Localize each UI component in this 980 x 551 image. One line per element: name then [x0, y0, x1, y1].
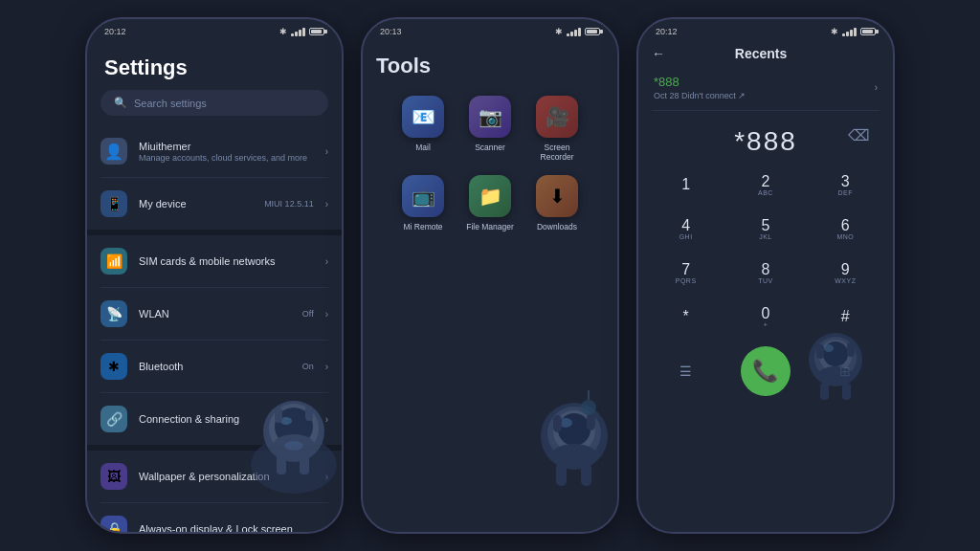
downloads-label: Downloads [537, 222, 577, 231]
dialer-display: *888 ⌫ [638, 113, 893, 163]
miuithemer-icon: 👤 [100, 138, 127, 165]
recents-header: ← Recents [638, 40, 893, 67]
phone-tools: 20:13 ✱ Tools 📧 Mail 📷 Scanner [361, 17, 619, 534]
notch [461, 19, 519, 36]
phone-settings: 20:12 ✱ Settings 🔍 Search settings 👤 Miu… [85, 17, 344, 534]
svg-rect-8 [305, 406, 313, 421]
scanner-icon: 📷 [469, 96, 511, 138]
dialer-input: *888 [734, 126, 797, 156]
backspace-button[interactable]: ⌫ [848, 126, 870, 144]
settings-item-sim[interactable]: 📶 SIM cards & mobile networks › [87, 239, 342, 283]
search-placeholder: Search settings [134, 98, 207, 109]
dial-key-2[interactable]: 2ABC [739, 166, 792, 203]
svg-point-32 [817, 366, 854, 386]
status-time: 20:12 [656, 27, 678, 36]
svg-rect-31 [847, 342, 855, 357]
thick-divider [87, 230, 342, 235]
svg-point-27 [824, 344, 834, 352]
back-button[interactable]: ← [652, 46, 665, 61]
settings-title: Settings [87, 48, 342, 90]
dial-key-8[interactable]: 8TUV [739, 254, 792, 291]
svg-point-21 [581, 400, 596, 415]
divider [100, 287, 328, 288]
astronaut-decoration [227, 350, 342, 503]
notch [737, 19, 794, 36]
dial-key-3[interactable]: 3DEF [818, 166, 872, 203]
phone-screen: 20:13 ✱ Tools 📧 Mail 📷 Scanner [363, 19, 617, 532]
status-time: 20:12 [104, 27, 126, 36]
svg-rect-6 [300, 453, 309, 474]
dial-key-4[interactable]: 4GHI [659, 210, 713, 247]
menu-button[interactable]: ☰ [661, 346, 711, 396]
screenrecorder-label: Screen Recorder [530, 143, 584, 162]
chevron-icon: › [325, 199, 328, 209]
notch [186, 19, 243, 36]
wlan-title: WLAN [139, 308, 291, 320]
settings-item-wlan[interactable]: 📡 WLAN Off › [87, 292, 342, 336]
divider [652, 110, 880, 111]
dial-key-star[interactable]: * [659, 298, 713, 335]
connection-icon: 🔗 [100, 406, 127, 432]
wallpaper-icon: 🖼 [100, 463, 127, 490]
svg-rect-29 [842, 383, 851, 400]
bluetooth-icon: ✱ [279, 27, 287, 36]
battery-icon [585, 28, 600, 35]
svg-point-10 [284, 441, 303, 451]
wlan-icon: 📡 [100, 300, 127, 327]
app-item-mail[interactable]: 📧 Mail [396, 96, 450, 162]
dial-key-5[interactable]: 5JKL [739, 210, 792, 247]
svg-rect-18 [553, 415, 562, 432]
chevron-icon: › [325, 309, 328, 320]
signal-icon [567, 28, 581, 36]
divider [100, 177, 328, 178]
mydevice-icon: 📱 [100, 190, 127, 217]
bluetooth-icon: ✱ [831, 27, 838, 36]
sim-title: SIM cards & mobile networks [139, 255, 314, 267]
astronaut-decoration-3 [778, 293, 883, 417]
search-bar[interactable]: 🔍 Search settings [100, 90, 328, 116]
recent-call-item[interactable]: *888 Oct 28 Didn't connect ↗ › [638, 67, 893, 108]
tools-title: Tools [376, 40, 604, 96]
svg-rect-19 [587, 413, 595, 430]
app-item-screenrecorder[interactable]: 🎥 Screen Recorder [530, 96, 584, 162]
svg-point-20 [551, 444, 597, 467]
screenrecorder-icon: 🎥 [536, 96, 578, 138]
miuithemer-sub: Manage accounts, cloud services, and mor… [139, 153, 314, 163]
signal-icon [842, 28, 857, 36]
miremote-icon: 📺 [402, 175, 444, 217]
battery-icon [309, 28, 324, 35]
chevron-icon: › [325, 146, 328, 157]
svg-rect-30 [816, 344, 824, 359]
divider [100, 340, 328, 341]
dial-key-6[interactable]: 6MNO [818, 210, 872, 247]
app-item-downloads[interactable]: ⬇ Downloads [530, 175, 584, 231]
scanner-label: Scanner [475, 143, 505, 152]
svg-rect-16 [556, 463, 567, 486]
app-item-miremote[interactable]: 📺 Mi Remote [396, 175, 450, 231]
status-icons: ✱ [555, 27, 600, 36]
dial-key-1[interactable]: 1 [659, 166, 713, 203]
bluetooth-icon: ✱ [555, 27, 563, 36]
svg-point-14 [558, 413, 590, 446]
mail-label: Mail [415, 143, 431, 152]
app-grid: 📧 Mail 📷 Scanner 🎥 Screen Recorder 📺 Mi … [376, 96, 604, 232]
settings-item-mydevice[interactable]: 📱 My device MIUI 12.5.11 › [87, 182, 342, 226]
dial-key-9[interactable]: 9WXYZ [818, 254, 872, 291]
app-item-scanner[interactable]: 📷 Scanner [463, 96, 517, 162]
lockscreen-title: Always-on display & Lock screen [139, 523, 314, 532]
settings-item-miuithemer[interactable]: 👤 Miuithemer Manage accounts, cloud serv… [87, 129, 342, 173]
settings-item-lockscreen[interactable]: 🔒 Always-on display & Lock screen › [87, 507, 342, 532]
filemanager-label: File Manager [466, 222, 514, 231]
dial-row-3: 7PQRS 8TUV 9WXYZ [638, 251, 893, 295]
dial-row-1: 1 2ABC 3DEF [638, 163, 893, 207]
chevron-icon: › [875, 82, 878, 93]
filemanager-icon: 📁 [469, 175, 511, 217]
astronaut-decoration-2 [502, 350, 617, 513]
chevron-icon: › [325, 524, 328, 533]
dial-key-7[interactable]: 7PQRS [659, 254, 713, 291]
phone-dialer: 20:12 ✱ ← Recents *888 Oct 28 Didn't con… [636, 17, 895, 534]
signal-icon [291, 28, 305, 36]
app-item-filemanager[interactable]: 📁 File Manager [463, 175, 517, 231]
dial-row-2: 4GHI 5JKL 6MNO [638, 207, 893, 251]
svg-rect-28 [820, 383, 829, 400]
